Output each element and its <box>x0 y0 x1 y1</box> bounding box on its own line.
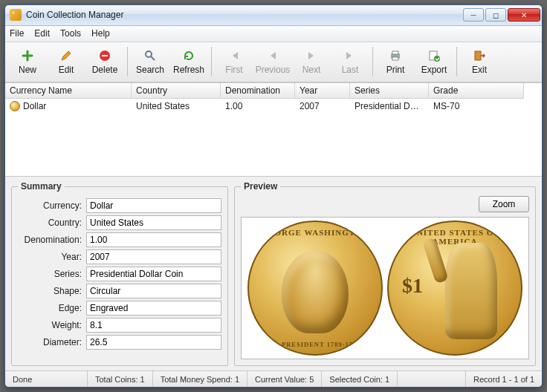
preview-panel: Preview Zoom GEORGE WASHINGTON 1st PRESI… <box>234 181 536 366</box>
first-button[interactable]: First <box>215 44 253 79</box>
svg-point-1 <box>146 51 152 57</box>
label-year: Year: <box>18 252 86 262</box>
last-label: Last <box>342 65 359 75</box>
field-series[interactable] <box>86 267 221 281</box>
col-series[interactable]: Series <box>350 83 429 99</box>
col-year[interactable]: Year <box>295 83 350 99</box>
new-button[interactable]: New <box>8 44 47 79</box>
previous-icon <box>265 48 280 63</box>
last-icon <box>343 48 357 63</box>
edit-button[interactable]: Edit <box>47 44 85 79</box>
exit-button[interactable]: Exit <box>460 44 499 79</box>
field-weight[interactable] <box>86 318 221 333</box>
col-grade[interactable]: Grade <box>429 83 524 99</box>
next-button[interactable]: Next <box>292 44 331 79</box>
refresh-label: Refresh <box>173 65 204 75</box>
minimize-button[interactable]: ─ <box>463 8 484 22</box>
exit-icon <box>472 48 487 63</box>
col-currency-name[interactable]: Currency Name <box>5 83 132 99</box>
toolbar-separator <box>211 47 212 76</box>
field-shape[interactable] <box>86 284 221 298</box>
reverse-denomination: $1 <box>402 274 423 298</box>
refresh-icon <box>181 48 196 63</box>
first-icon <box>227 48 242 63</box>
print-label: Print <box>386 65 405 75</box>
last-button[interactable]: Last <box>331 44 369 79</box>
status-spacer <box>397 371 465 387</box>
previous-label: Previous <box>256 65 291 75</box>
menubar: File Edit Tools Help <box>5 26 542 42</box>
export-button[interactable]: Export <box>415 44 453 79</box>
close-button[interactable]: ✕ <box>508 8 540 22</box>
cell-year: 2007 <box>295 99 350 114</box>
cell-currency-name: Dollar <box>5 99 132 114</box>
field-diameter[interactable] <box>86 335 221 350</box>
refresh-button[interactable]: Refresh <box>169 44 208 79</box>
cell-series: Presidential Doll... <box>350 99 429 114</box>
menu-edit[interactable]: Edit <box>34 28 50 39</box>
label-currency: Currency: <box>18 200 86 211</box>
coin-reverse: UNITED STATES OF AMERICA $1 <box>387 220 522 356</box>
col-denomination[interactable]: Denomination <box>221 83 295 99</box>
search-icon <box>143 48 158 63</box>
window-title: Coin Collection Manager <box>26 10 463 20</box>
label-series: Series: <box>18 269 86 279</box>
summary-panel: Summary Currency: Country: Denomination:… <box>11 181 228 366</box>
svg-rect-3 <box>392 51 398 54</box>
statusbar: Done Total Coins: 1 Total Money Spend: 1… <box>5 370 542 387</box>
app-window: Coin Collection Manager ─ ◻ ✕ File Edit … <box>4 4 543 388</box>
maximize-button[interactable]: ◻ <box>485 8 506 22</box>
field-currency[interactable] <box>86 198 221 213</box>
toolbar-separator <box>372 47 373 76</box>
svg-rect-7 <box>475 51 481 60</box>
panels: Summary Currency: Country: Denomination:… <box>5 177 542 370</box>
obverse-text-top: GEORGE WASHINGTON <box>249 228 381 237</box>
field-country[interactable] <box>86 215 221 230</box>
status-total-coins: Total Coins: 1 <box>87 371 152 387</box>
cell-country: United States <box>132 99 221 114</box>
field-denomination[interactable] <box>86 232 221 247</box>
coin-obverse: GEORGE WASHINGTON 1st PRESIDENT 1789-179… <box>247 220 383 356</box>
status-current-value: Current Value: 5 <box>247 371 321 387</box>
field-edge[interactable] <box>86 301 221 316</box>
grid-header: Currency Name Country Denomination Year … <box>5 83 542 99</box>
export-label: Export <box>421 65 447 75</box>
next-icon <box>304 48 319 63</box>
status-selected: Selected Coin: 1 <box>321 371 397 387</box>
edit-label: Edit <box>59 65 74 75</box>
titlebar[interactable]: Coin Collection Manager ─ ◻ ✕ <box>5 5 542 26</box>
first-label: First <box>225 65 242 75</box>
liberty-relief <box>445 243 497 339</box>
table-row[interactable]: Dollar United States 1.00 2007 President… <box>5 99 542 114</box>
menu-tools[interactable]: Tools <box>60 28 81 39</box>
toolbar-separator <box>456 47 457 76</box>
cell-currency-name-text: Dollar <box>23 101 46 111</box>
label-denomination: Denomination: <box>18 235 86 245</box>
previous-button[interactable]: Previous <box>253 44 292 79</box>
label-shape: Shape: <box>18 286 86 296</box>
col-country[interactable]: Country <box>132 83 221 99</box>
delete-icon <box>97 48 112 63</box>
coin-image-area: GEORGE WASHINGTON 1st PRESIDENT 1789-179… <box>241 217 529 359</box>
delete-button[interactable]: Delete <box>85 44 124 79</box>
field-year[interactable] <box>86 249 221 264</box>
plus-icon <box>20 48 35 63</box>
obverse-text-bottom: 1st PRESIDENT 1789-1797 <box>249 341 381 348</box>
print-icon <box>388 48 403 63</box>
pencil-icon <box>59 48 74 63</box>
menu-file[interactable]: File <box>10 28 24 39</box>
label-diameter: Diameter: <box>18 337 86 347</box>
label-weight: Weight: <box>18 320 86 330</box>
print-button[interactable]: Print <box>376 44 415 79</box>
delete-label: Delete <box>92 65 118 75</box>
data-grid[interactable]: Currency Name Country Denomination Year … <box>5 82 542 177</box>
label-edge: Edge: <box>18 303 86 313</box>
zoom-button[interactable]: Zoom <box>479 196 529 212</box>
export-icon <box>427 48 441 63</box>
cell-denomination: 1.00 <box>221 99 295 114</box>
menu-help[interactable]: Help <box>91 28 110 39</box>
cell-grade: MS-70 <box>429 99 524 114</box>
search-button[interactable]: Search <box>131 44 169 79</box>
reverse-text-top: UNITED STATES OF AMERICA <box>389 228 521 246</box>
svg-rect-4 <box>392 57 398 60</box>
